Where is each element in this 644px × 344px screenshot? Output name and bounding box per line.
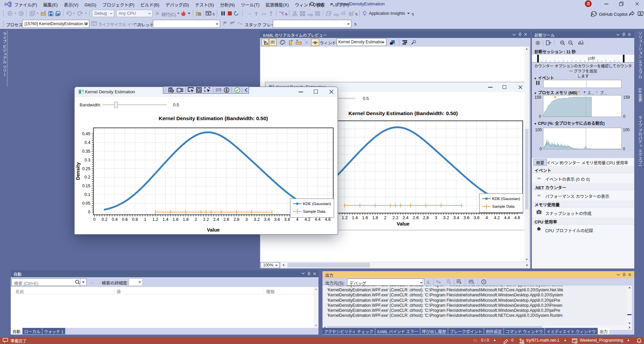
svg-text:0: 0 bbox=[93, 217, 96, 222]
svg-text:0.2: 0.2 bbox=[102, 217, 108, 222]
svg-text:4.4: 4.4 bbox=[315, 217, 320, 222]
svg-text:159: 159 bbox=[534, 95, 541, 100]
svg-text:Density: Density bbox=[75, 162, 81, 180]
svg-text:1.6: 1.6 bbox=[362, 215, 368, 220]
svg-text:2.2: 2.2 bbox=[392, 215, 398, 220]
svg-text:2.4: 2.4 bbox=[403, 215, 409, 220]
svg-text:Value: Value bbox=[207, 227, 220, 233]
svg-text:3.8: 3.8 bbox=[474, 215, 479, 220]
svg-text:0: 0 bbox=[540, 147, 542, 151]
svg-text:3: 3 bbox=[246, 217, 248, 222]
svg-text:2: 2 bbox=[195, 217, 197, 222]
svg-text:4: 4 bbox=[296, 217, 299, 222]
svg-text:4.6: 4.6 bbox=[514, 215, 520, 220]
svg-text:1.8: 1.8 bbox=[183, 217, 188, 222]
svg-text:0.8: 0.8 bbox=[132, 217, 138, 222]
svg-text:0.45: 0.45 bbox=[82, 132, 90, 136]
svg-text:1: 1 bbox=[144, 217, 146, 222]
svg-text:0: 0 bbox=[623, 147, 625, 151]
svg-text:4.2: 4.2 bbox=[494, 215, 500, 220]
svg-text:1.2: 1.2 bbox=[153, 217, 158, 222]
svg-text:0.6: 0.6 bbox=[122, 217, 128, 222]
svg-text:Sample Data: Sample Data bbox=[303, 209, 326, 213]
svg-text:1.6: 1.6 bbox=[173, 217, 178, 222]
svg-text:0.15: 0.15 bbox=[82, 184, 90, 188]
svg-text:Kernel Density Estimation (Ban: Kernel Density Estimation (Bandwidth: 0.… bbox=[348, 110, 458, 116]
svg-text:0.3: 0.3 bbox=[85, 158, 90, 162]
svg-text:Kernel Density Estimation (Ban: Kernel Density Estimation (Bandwidth: 0.… bbox=[159, 115, 268, 121]
svg-text:0.2: 0.2 bbox=[85, 175, 90, 180]
svg-text:3.8: 3.8 bbox=[284, 217, 290, 222]
svg-text:0.35: 0.35 bbox=[82, 149, 90, 154]
svg-text:0.4: 0.4 bbox=[85, 140, 90, 145]
svg-text:KDE (Gaussian): KDE (Gaussian) bbox=[303, 202, 331, 206]
svg-text:0: 0 bbox=[623, 114, 626, 119]
svg-text:0.4: 0.4 bbox=[112, 217, 118, 222]
svg-text:2.6: 2.6 bbox=[413, 215, 419, 220]
svg-text:3.6: 3.6 bbox=[464, 215, 469, 220]
svg-text:2.4: 2.4 bbox=[213, 217, 219, 222]
svg-text:100: 100 bbox=[623, 128, 630, 132]
svg-text:3.2: 3.2 bbox=[254, 217, 260, 222]
svg-text:100: 100 bbox=[535, 128, 542, 132]
svg-text:1.4: 1.4 bbox=[163, 217, 168, 222]
svg-text:2: 2 bbox=[384, 215, 386, 220]
svg-text:2.6: 2.6 bbox=[223, 217, 229, 222]
svg-text:4.2: 4.2 bbox=[305, 217, 310, 222]
svg-text:0.05: 0.05 bbox=[82, 201, 90, 206]
svg-text:Value: Value bbox=[397, 221, 410, 227]
svg-text:Sample Data: Sample Data bbox=[492, 204, 515, 208]
svg-text:3.6: 3.6 bbox=[274, 217, 280, 222]
svg-text:2.8: 2.8 bbox=[233, 217, 239, 222]
svg-text:0: 0 bbox=[539, 114, 541, 119]
svg-text:3.4: 3.4 bbox=[264, 217, 270, 222]
svg-text:KDE (Gaussian): KDE (Gaussian) bbox=[492, 197, 520, 201]
svg-text:2.8: 2.8 bbox=[423, 215, 429, 220]
svg-text:0.25: 0.25 bbox=[82, 166, 90, 171]
svg-text:3.2: 3.2 bbox=[443, 215, 449, 220]
svg-text:4.4: 4.4 bbox=[504, 215, 510, 220]
svg-text:3.4: 3.4 bbox=[454, 215, 459, 220]
svg-text:4.6: 4.6 bbox=[325, 217, 331, 222]
svg-text:2.2: 2.2 bbox=[203, 217, 209, 222]
svg-text:3: 3 bbox=[435, 215, 437, 220]
svg-text:0: 0 bbox=[88, 210, 90, 214]
svg-text:0.1: 0.1 bbox=[85, 192, 90, 197]
svg-text:159: 159 bbox=[623, 95, 630, 100]
svg-text:4: 4 bbox=[485, 215, 488, 220]
svg-text:1.8: 1.8 bbox=[372, 215, 378, 220]
